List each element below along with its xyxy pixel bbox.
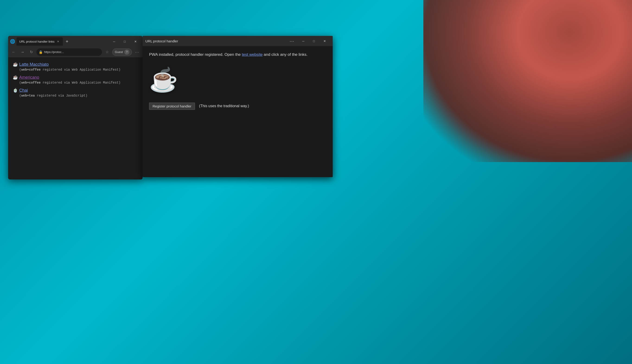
chai-desc: (web+tea registered via JavaScript) [19,94,138,98]
active-tab[interactable]: URL protocol handler links ✕ [17,37,63,46]
pwa-description: PWA installed, protocol handler register… [149,52,326,58]
guest-button[interactable]: Guest ? [112,48,132,56]
url-display: https://protoc... [44,50,100,54]
star-icon: ☆ [105,50,109,54]
latte-link[interactable]: Latte Macchiato [19,62,49,67]
list-item: ☕ Americano [13,75,138,80]
pwa-description-prefix: PWA installed, protocol handler register… [149,52,242,57]
refresh-icon: ↻ [30,50,33,54]
browser-content: ☕ Latte Macchiato (web+coffee registered… [8,57,143,180]
pwa-description-suffix: and click any of the links. [263,52,308,57]
browser-favicon: 🌐 [10,39,15,44]
browser-toolbar: ← → ↻ 🔒 https://protoc... ☆ Guest ? ⋯ [8,47,143,57]
favorites-button[interactable]: ☆ [103,48,111,56]
flower-decoration [423,0,632,162]
ellipsis-icon: ⋯ [135,50,139,55]
browser-window: 🌐 URL protocol handler links ✕ + ─ □ ✕ ←… [8,36,143,180]
pwa-more-button[interactable]: ··· [290,38,294,44]
browser-titlebar: 🌐 URL protocol handler links ✕ + ─ □ ✕ [8,36,143,47]
latte-desc: (web+coffee registered via Web Applicati… [19,68,138,72]
refresh-button[interactable]: ↻ [28,48,35,56]
pwa-window-title: URL protocol handler [145,39,290,43]
tab-label: URL protocol handler links [19,40,55,43]
window-controls: ─ □ ✕ [109,38,141,45]
close-button[interactable]: ✕ [130,38,141,45]
americano-desc: (web+coffee registered via Web Applicati… [19,81,138,84]
tea-icon: 🍵 [13,88,18,93]
new-tab-button[interactable]: + [64,38,70,45]
list-item: ☕ Latte Macchiato [13,62,138,67]
latte-protocol: web+coffee [21,68,41,72]
minimize-button[interactable]: ─ [109,38,119,45]
pwa-content: PWA installed, protocol handler register… [143,46,333,177]
register-description: (This uses the traditional way.) [199,103,249,109]
back-button[interactable]: ← [10,48,17,56]
pwa-minimize-button[interactable]: ─ [298,37,309,45]
guest-avatar: ? [124,50,129,55]
pwa-window-controls: ─ □ ✕ [298,37,330,45]
coffee-icon-2: ☕ [13,75,18,80]
chai-protocol: web+tea [21,94,35,98]
pwa-titlebar: URL protocol handler ··· ─ □ ✕ [143,36,333,46]
lock-icon: 🔒 [39,50,43,54]
coffee-icon-area: ☕ [149,62,326,97]
guest-label: Guest [115,50,123,54]
pwa-maximize-button[interactable]: □ [309,37,319,45]
back-icon: ← [12,50,16,54]
address-bar[interactable]: 🔒 https://protoc... [36,48,102,56]
maximize-button[interactable]: □ [119,38,130,45]
coffee-icon: ☕ [13,62,18,67]
coffee-cup-icon: ☕ [149,62,178,97]
americano-protocol: web+coffee [21,81,41,84]
forward-button[interactable]: → [19,48,26,56]
americano-link[interactable]: Americano [19,75,39,80]
tab-close-button[interactable]: ✕ [56,40,60,43]
chai-link[interactable]: Chai [19,88,28,93]
pwa-window: URL protocol handler ··· ─ □ ✕ PWA insta… [143,36,333,177]
register-row: Register protocol handler (This uses the… [149,102,326,110]
test-website-link[interactable]: test website [242,52,263,57]
list-item: 🍵 Chai [13,88,138,93]
register-protocol-button[interactable]: Register protocol handler [149,102,195,110]
pwa-close-button[interactable]: ✕ [319,37,330,45]
browser-menu-button[interactable]: ⋯ [133,48,141,56]
forward-icon: → [21,50,24,54]
